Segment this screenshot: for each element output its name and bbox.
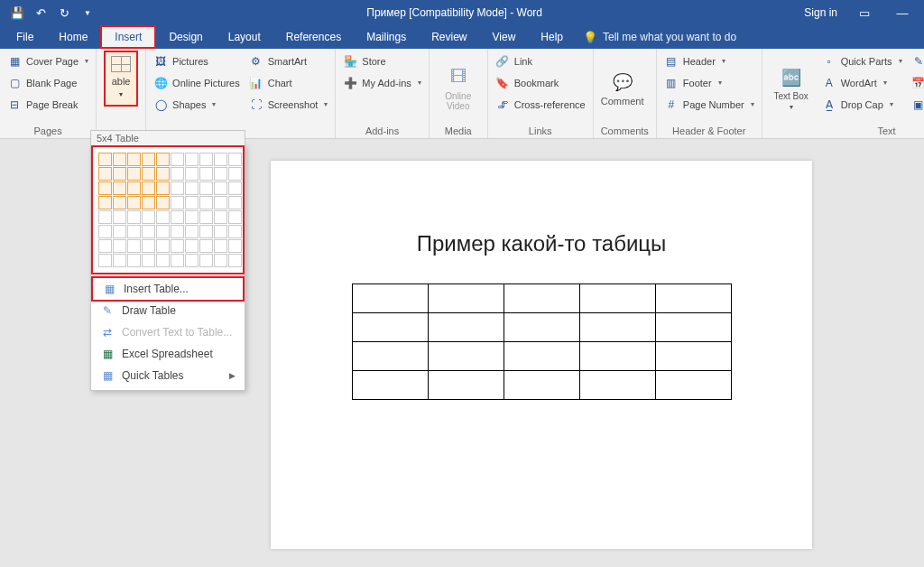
table-grid-cell[interactable]	[185, 210, 199, 224]
redo-icon[interactable]: ↻	[54, 3, 74, 23]
store-button[interactable]: 🏪Store	[343, 52, 420, 70]
table-cell[interactable]	[655, 371, 731, 400]
wordart-button[interactable]: AWordArt▾	[822, 74, 902, 92]
table-grid-cell[interactable]	[127, 210, 141, 224]
document-table[interactable]	[352, 284, 732, 400]
signature-line-button[interactable]: ✎Signature Line▾	[911, 52, 924, 70]
table-size-grid[interactable]	[98, 153, 237, 267]
table-grid-cell[interactable]	[185, 181, 199, 195]
table-grid-cell[interactable]	[228, 225, 242, 238]
table-grid-cell[interactable]	[199, 153, 213, 166]
bookmark-button[interactable]: 🔖Bookmark	[495, 74, 586, 92]
table-grid-cell[interactable]	[171, 181, 184, 195]
header-button[interactable]: ▤Header▾	[664, 52, 754, 70]
table-grid-cell[interactable]	[156, 196, 170, 209]
table-cell[interactable]	[428, 313, 504, 342]
table-grid-cell[interactable]	[228, 181, 242, 195]
tab-design[interactable]: Design	[156, 25, 215, 49]
table-grid-cell[interactable]	[142, 239, 155, 253]
table-grid-cell[interactable]	[228, 210, 242, 224]
my-addins-button[interactable]: ➕My Add-ins▾	[343, 74, 420, 92]
table-grid-cell[interactable]	[171, 196, 184, 209]
chart-button[interactable]: 📊Chart	[249, 74, 328, 92]
table-grid-cell[interactable]	[113, 196, 126, 209]
document-heading[interactable]: Пример какой-то табицы	[271, 231, 812, 256]
table-cell[interactable]	[428, 342, 504, 371]
table-grid-cell[interactable]	[214, 196, 227, 209]
table-grid-cell[interactable]	[98, 239, 112, 253]
table-cell[interactable]	[428, 284, 504, 313]
table-grid-cell[interactable]	[171, 225, 184, 238]
table-grid-cell[interactable]	[185, 196, 199, 209]
table-cell[interactable]	[352, 371, 428, 400]
table-cell[interactable]	[352, 342, 428, 371]
table-grid-cell[interactable]	[199, 167, 213, 181]
insert-table-menuitem[interactable]: ▦Insert Table...	[93, 278, 243, 300]
table-grid-cell[interactable]	[171, 167, 184, 181]
table-cell[interactable]	[579, 313, 655, 342]
table-grid-cell[interactable]	[185, 225, 199, 238]
table-grid-cell[interactable]	[113, 210, 126, 224]
tab-review[interactable]: Review	[419, 25, 479, 49]
tab-insert[interactable]: Insert	[100, 25, 156, 49]
table-grid-cell[interactable]	[127, 167, 141, 181]
table-grid-cell[interactable]	[228, 239, 242, 253]
smartart-button[interactable]: ⚙SmartArt	[249, 52, 328, 70]
table-grid-cell[interactable]	[98, 254, 112, 267]
table-cell[interactable]	[352, 313, 428, 342]
table-cell[interactable]	[428, 371, 504, 400]
tab-references[interactable]: References	[273, 25, 354, 49]
ribbon-options-icon[interactable]: ▭	[854, 6, 875, 20]
tell-me-search[interactable]: 💡 Tell me what you want to do	[583, 25, 736, 49]
table-grid-cell[interactable]	[199, 210, 213, 224]
table-grid-cell[interactable]	[127, 254, 141, 267]
text-box-button[interactable]: 🔤 Text Box ▾	[770, 52, 813, 124]
table-grid-cell[interactable]	[185, 153, 199, 166]
table-cell[interactable]	[504, 284, 579, 313]
link-button[interactable]: 🔗Link	[495, 52, 586, 70]
table-grid-cell[interactable]	[171, 254, 184, 267]
table-cell[interactable]	[504, 371, 579, 400]
table-grid-cell[interactable]	[127, 153, 141, 166]
table-grid-cell[interactable]	[214, 239, 227, 253]
table-cell[interactable]	[352, 284, 428, 313]
table-cell[interactable]	[655, 342, 731, 371]
table-grid-cell[interactable]	[214, 167, 227, 181]
table-grid-cell[interactable]	[142, 210, 155, 224]
table-grid-cell[interactable]	[127, 181, 141, 195]
date-time-button[interactable]: 📅Date & Time	[911, 74, 924, 92]
table-grid-cell[interactable]	[156, 181, 170, 195]
page-number-button[interactable]: #Page Number▾	[664, 96, 754, 114]
document-page[interactable]: Пример какой-то табицы	[271, 161, 812, 549]
footer-button[interactable]: ▥Footer▾	[664, 74, 754, 92]
excel-spreadsheet-menuitem[interactable]: ▦Excel Spreadsheet	[91, 343, 245, 365]
table-cell[interactable]	[655, 313, 731, 342]
quick-parts-button[interactable]: ▫Quick Parts▾	[822, 52, 902, 70]
table-grid-cell[interactable]	[214, 181, 227, 195]
table-grid-cell[interactable]	[113, 153, 126, 166]
table-grid-cell[interactable]	[142, 181, 155, 195]
table-grid-cell[interactable]	[113, 254, 126, 267]
table-grid-cell[interactable]	[127, 225, 141, 238]
tab-home[interactable]: Home	[46, 25, 100, 49]
table-grid-cell[interactable]	[228, 153, 242, 166]
page-break-button[interactable]: ⊟Page Break	[7, 96, 88, 114]
table-grid-cell[interactable]	[98, 196, 112, 209]
table-grid-cell[interactable]	[214, 210, 227, 224]
table-grid-cell[interactable]	[127, 239, 141, 253]
table-grid-cell[interactable]	[98, 225, 112, 238]
tab-view[interactable]: View	[480, 25, 529, 49]
table-grid-cell[interactable]	[156, 153, 170, 166]
table-grid-cell[interactable]	[98, 181, 112, 195]
table-grid-cell[interactable]	[214, 225, 227, 238]
table-grid-cell[interactable]	[113, 167, 126, 181]
table-grid-cell[interactable]	[156, 167, 170, 181]
table-cell[interactable]	[579, 371, 655, 400]
online-pictures-button[interactable]: 🌐Online Pictures	[153, 74, 240, 92]
cover-page-button[interactable]: ▦Cover Page▾	[7, 52, 88, 70]
table-grid-cell[interactable]	[142, 254, 155, 267]
shapes-button[interactable]: ◯Shapes▾	[153, 96, 240, 114]
table-grid-cell[interactable]	[214, 153, 227, 166]
sign-in-link[interactable]: Sign in	[804, 6, 837, 19]
table-grid-cell[interactable]	[171, 153, 184, 166]
